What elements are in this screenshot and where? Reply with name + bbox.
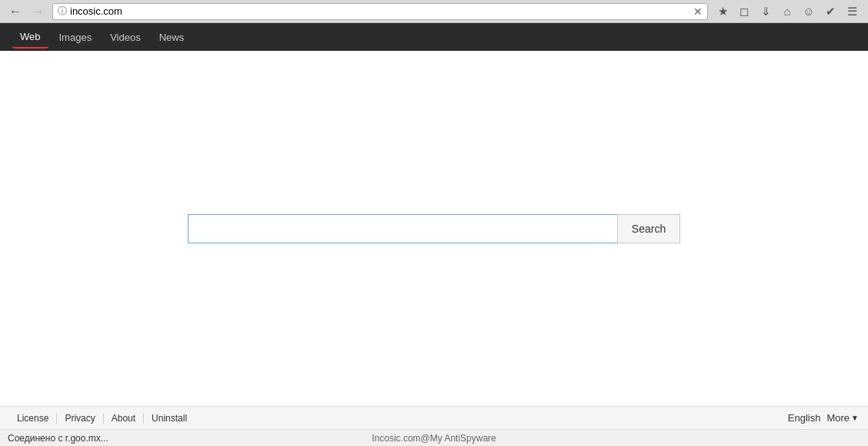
tab-videos[interactable]: Videos [102, 27, 149, 48]
forward-button[interactable]: → [29, 2, 48, 21]
chevron-down-icon: ▼ [851, 414, 859, 422]
privacy-link[interactable]: Privacy [57, 413, 103, 424]
status-left-text: Соединено с r.goo.mx... [8, 433, 108, 444]
download-button[interactable]: ⇓ [756, 2, 776, 22]
shield-button[interactable]: ✔ [820, 2, 840, 22]
status-bar: Соединено с r.goo.mx... Incosic.com@My A… [0, 429, 868, 446]
menu-button[interactable]: ☰ [842, 2, 862, 22]
tab-images[interactable]: Images [52, 27, 100, 48]
clear-url-button[interactable]: ✕ [693, 6, 703, 17]
smiley-button[interactable]: ☺ [799, 2, 819, 22]
footer-right: English More ▼ [788, 412, 859, 424]
tab-news[interactable]: News [152, 27, 192, 48]
status-center-text: Incosic.com@My AntiSpyware [372, 433, 496, 444]
language-selector[interactable]: English [788, 412, 821, 424]
search-button[interactable]: Search [617, 214, 680, 243]
search-nav-bar: Web Images Videos News [0, 23, 868, 51]
browser-icons: ★ ◻ ⇓ ⌂ ☺ ✔ ☰ [713, 2, 862, 22]
search-input[interactable] [188, 214, 617, 243]
tab-web[interactable]: Web [12, 26, 48, 49]
search-form: Search [188, 214, 680, 243]
home-button[interactable]: ⌂ [777, 2, 797, 22]
url-text: incosic.com [70, 5, 690, 17]
about-link[interactable]: About [104, 413, 144, 424]
main-content: Search [0, 51, 868, 406]
reading-list-button[interactable]: ◻ [734, 2, 754, 22]
footer-bar: License Privacy About Uninstall English … [0, 406, 868, 429]
footer: License Privacy About Uninstall English … [0, 406, 868, 446]
browser-titlebar: ← → ⓘ incosic.com ✕ ★ ◻ ⇓ ⌂ ☺ ✔ ☰ [0, 0, 868, 23]
address-bar[interactable]: ⓘ incosic.com ✕ [52, 3, 708, 20]
more-button[interactable]: More ▼ [826, 412, 859, 424]
bookmark-star-button[interactable]: ★ [713, 2, 733, 22]
license-link[interactable]: License [9, 413, 57, 424]
more-label: More [826, 412, 850, 424]
info-icon[interactable]: ⓘ [58, 5, 67, 18]
footer-links: License Privacy About Uninstall [9, 413, 195, 424]
back-button[interactable]: ← [6, 2, 25, 21]
uninstall-link[interactable]: Uninstall [144, 413, 195, 424]
